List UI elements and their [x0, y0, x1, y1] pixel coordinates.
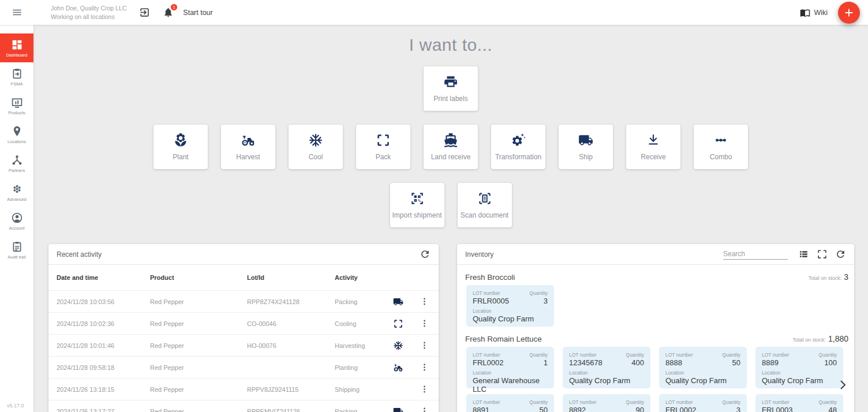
- lot-card[interactable]: LOT number Quantity FRLR0005 3 Location …: [466, 285, 554, 327]
- row-product: Red Pepper: [150, 386, 247, 393]
- row-menu-button[interactable]: [420, 340, 429, 350]
- row-product: Red Pepper: [150, 408, 247, 412]
- truck-icon[interactable]: [393, 406, 403, 412]
- quantity-value: 400: [631, 358, 644, 367]
- action-card-transformation[interactable]: Transformation: [491, 125, 545, 169]
- lot-card[interactable]: LOT number Quantity 12345678 400 Locatio…: [563, 347, 650, 388]
- menu-button[interactable]: [12, 7, 23, 18]
- sidebar-item-account[interactable]: Account: [0, 207, 33, 235]
- table-row[interactable]: 2024/11/28 10:02:36 Red Pepper CO-00046 …: [48, 312, 439, 334]
- lot-number-label: LOT number: [473, 290, 500, 296]
- lot-card[interactable]: LOT number Quantity FRL0002 3 Location: [659, 394, 747, 412]
- row-activity: Cooling: [335, 320, 387, 327]
- action-card-label: Cool: [309, 153, 323, 161]
- row-menu-button[interactable]: [420, 297, 429, 306]
- sidebar-item-label: FSMA: [11, 81, 23, 87]
- inventory-search-input[interactable]: [723, 249, 788, 260]
- inventory-refresh-button[interactable]: [835, 249, 846, 260]
- action-card-label: Combo: [710, 153, 732, 161]
- inventory-group: Fresh Broccoli Total on stock: 3 LOT num…: [457, 272, 854, 327]
- table-row[interactable]: 2024/11/28 10:01:46 Red Pepper HO-00076 …: [48, 334, 439, 356]
- lot-card[interactable]: LOT number Quantity 8889 100 Location Qu…: [755, 347, 843, 388]
- row-datetime: 2024/11/28 10:01:46: [57, 342, 150, 349]
- plus-icon: [843, 6, 855, 19]
- wiki-link[interactable]: Wiki: [800, 8, 828, 18]
- switch-location-button[interactable]: [139, 7, 150, 18]
- lot-number-value: 8891: [473, 406, 489, 412]
- sidebar-item-products[interactable]: Products: [0, 91, 33, 120]
- table-row[interactable]: 2024/11/26 13:17:27 Red Pepper RPPEMVIZ2…: [48, 400, 439, 412]
- quantity-value: 50: [540, 406, 548, 412]
- sidebar-item-advanced[interactable]: Advanced: [0, 178, 33, 207]
- row-menu-button[interactable]: [420, 406, 429, 412]
- action-card-import-shipment[interactable]: Import shipment: [390, 183, 444, 227]
- action-card-combo[interactable]: Combo: [694, 125, 748, 169]
- pack-icon[interactable]: [393, 319, 403, 329]
- table-row[interactable]: 2024/11/28 10:03:56 Red Pepper RPP8Z74X2…: [48, 290, 439, 312]
- audit-trail-icon: [11, 241, 23, 253]
- quantity-label: Quantity: [818, 399, 837, 405]
- snowflake-icon[interactable]: [393, 340, 403, 351]
- action-card-scan-document[interactable]: Scan document: [458, 183, 512, 227]
- column-activity: Activity: [335, 274, 387, 281]
- row-product: Red Pepper: [150, 298, 247, 305]
- sidebar-item-dashboard[interactable]: Dashboard: [0, 33, 33, 62]
- lot-number-label: LOT number: [569, 352, 597, 358]
- notifications-button[interactable]: 1: [163, 7, 174, 18]
- inventory-scroll-right-button[interactable]: [836, 378, 850, 392]
- lot-card[interactable]: LOT number Quantity 8892 90 Location: [563, 394, 650, 412]
- download-icon: [646, 133, 661, 148]
- inventory-fullscreen-button[interactable]: [817, 249, 828, 260]
- action-card-pack[interactable]: Pack: [356, 125, 410, 169]
- action-card-land-receive[interactable]: Land receive: [424, 125, 478, 169]
- recent-activity-title: Recent activity: [57, 250, 102, 259]
- row-menu-button[interactable]: [420, 384, 429, 394]
- table-row[interactable]: 2024/11/28 09:58:18 Red Pepper Planting: [48, 356, 439, 378]
- sidebar-item-partners[interactable]: Partners: [0, 149, 33, 178]
- action-card-print-labels[interactable]: Print labels: [424, 66, 478, 111]
- row-menu-button[interactable]: [420, 362, 429, 372]
- kebab-icon: [420, 297, 429, 306]
- lot-card[interactable]: LOT number Quantity 8888 50 Location Qua…: [659, 347, 747, 388]
- truck-icon[interactable]: [393, 297, 403, 307]
- lot-card[interactable]: LOT number Quantity 8891 50 Location: [466, 394, 554, 412]
- locations-icon: [11, 125, 23, 137]
- action-card-ship[interactable]: Ship: [559, 125, 613, 169]
- advanced-icon: [11, 183, 23, 195]
- inventory-list-view-button[interactable]: [798, 249, 809, 260]
- action-card-receive[interactable]: Receive: [626, 125, 680, 169]
- quantity-value: 90: [636, 406, 644, 412]
- tractor-icon[interactable]: [393, 362, 403, 373]
- lot-card[interactable]: LOT number Quantity FRL0003 48 Location: [755, 394, 843, 412]
- user-name: John Doe, Quality Crop LLC: [51, 4, 126, 13]
- topbar: John Doe, Quality Crop LLC Working on al…: [0, 0, 868, 25]
- column-lot: Lot/Id: [247, 274, 335, 281]
- sidebar-item-locations[interactable]: Locations: [0, 120, 33, 149]
- action-card-plant[interactable]: Plant: [154, 125, 208, 169]
- sidebar-item-fsma[interactable]: FSMA: [0, 62, 33, 91]
- gear-sparkle-icon: [511, 133, 526, 148]
- action-card-label: Receive: [641, 153, 665, 161]
- secondary-action-row: Import shipment Scan document: [33, 183, 868, 227]
- total-on-stock-value: 3: [844, 272, 848, 282]
- action-card-label: Scan document: [461, 211, 508, 219]
- kebab-icon: [420, 319, 429, 328]
- action-card-cool[interactable]: Cool: [289, 125, 343, 169]
- location-label: Location: [569, 370, 644, 376]
- add-button[interactable]: [838, 2, 860, 24]
- recent-activity-refresh-button[interactable]: [420, 249, 431, 260]
- sidebar-item-audit-trail[interactable]: Audit trail: [0, 235, 33, 264]
- dashboard-icon: [11, 39, 23, 51]
- row-lot: CO-00046: [247, 320, 335, 327]
- table-row[interactable]: 2024/11/26 13:18:15 Red Pepper RPPV8JZ92…: [48, 378, 439, 400]
- location-value: Quality Crop Farm: [569, 376, 644, 385]
- action-card-harvest[interactable]: Harvest: [221, 125, 275, 169]
- sidebar-item-label: Dashboard: [6, 53, 28, 58]
- lot-card[interactable]: LOT number Quantity FRL0002 1 Location G…: [466, 347, 554, 388]
- row-menu-button[interactable]: [420, 319, 429, 328]
- row-lot: RPP8Z74X241128: [247, 298, 335, 305]
- start-tour-link[interactable]: Start tour: [183, 9, 212, 17]
- location-value: General Warehouse LLC: [473, 376, 548, 394]
- user-scope: Working on all locations: [51, 13, 126, 21]
- lot-number-label: LOT number: [665, 352, 693, 358]
